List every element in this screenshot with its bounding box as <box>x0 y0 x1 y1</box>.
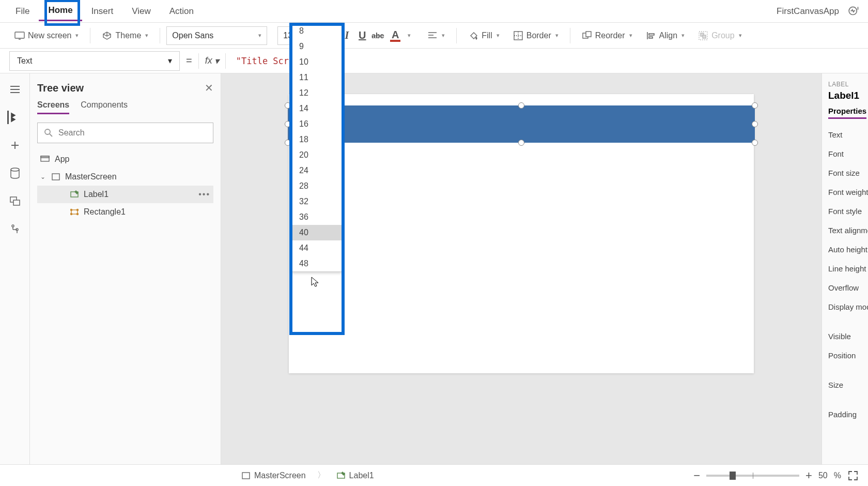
resize-handle[interactable] <box>285 102 291 109</box>
svg-rect-7 <box>703 35 706 38</box>
svg-point-21 <box>71 214 72 215</box>
selected-label-control[interactable] <box>288 105 755 143</box>
resize-handle[interactable] <box>752 121 758 127</box>
menu-view[interactable]: View <box>122 2 160 21</box>
text-align-button[interactable]: ▾ <box>422 28 450 43</box>
media-icon[interactable] <box>8 194 22 208</box>
tree-app-node[interactable]: App <box>37 150 213 168</box>
font-size-option[interactable]: 24 <box>292 163 342 178</box>
chevron-down-icon: ▾ <box>555 32 559 39</box>
font-size-option[interactable]: 12 <box>292 85 342 101</box>
border-button[interactable]: Border ▾ <box>508 27 564 44</box>
menu-home[interactable]: Home <box>39 1 82 21</box>
chevron-down-icon: ▾ <box>145 32 148 39</box>
zoom-out-button[interactable]: − <box>693 469 700 482</box>
property-select[interactable]: Text ▾ <box>9 51 180 71</box>
prop-row[interactable]: Text alignment <box>828 221 862 240</box>
zoom-slider[interactable] <box>706 475 799 477</box>
font-family-select[interactable]: Open Sans ▾ <box>166 26 267 45</box>
insert-icon[interactable] <box>8 139 22 152</box>
underline-button[interactable]: U <box>356 29 368 42</box>
ribbon-toolbar: New screen ▾ Theme ▾ Open Sans ▾ 13 ▾ B▾… <box>0 23 868 49</box>
fullscreen-icon[interactable] <box>847 470 859 481</box>
font-size-option[interactable]: 18 <box>292 132 342 147</box>
app-checker-icon[interactable] <box>847 4 862 19</box>
tree-label-node[interactable]: Label1 ••• <box>37 186 213 203</box>
tab-properties[interactable]: Properties <box>828 107 866 119</box>
font-size-option[interactable]: 8 <box>292 23 342 39</box>
rectangle-icon <box>70 208 79 216</box>
tab-screens[interactable]: Screens <box>37 100 69 114</box>
svg-rect-16 <box>52 174 59 180</box>
font-size-option[interactable]: 44 <box>292 240 342 256</box>
chevron-down-icon: ▾ <box>629 32 632 39</box>
canvas-screen[interactable] <box>289 94 754 373</box>
menu-action[interactable]: Action <box>160 2 203 21</box>
hamburger-icon[interactable] <box>8 83 22 96</box>
font-color-icon: A <box>392 29 399 40</box>
font-size-option[interactable]: 16 <box>292 116 342 132</box>
tree-search[interactable] <box>37 123 213 143</box>
more-icon[interactable]: ••• <box>198 190 210 199</box>
prop-row[interactable]: Display mode <box>828 297 862 316</box>
chevron-down-icon: ▾ <box>168 56 172 66</box>
prop-row[interactable]: Auto height <box>828 240 862 259</box>
prop-row[interactable]: Position <box>828 346 862 365</box>
prop-row[interactable]: Font size <box>828 163 862 183</box>
prop-row[interactable]: Padding <box>828 405 862 424</box>
resize-handle[interactable] <box>285 121 291 127</box>
breadcrumb-screen[interactable]: MasterScreen <box>237 469 311 482</box>
search-input[interactable] <box>58 128 207 138</box>
font-size-option[interactable]: 20 <box>292 147 342 163</box>
tab-components[interactable]: Components <box>81 100 128 114</box>
font-size-option[interactable]: 28 <box>292 178 342 194</box>
svg-point-22 <box>77 214 79 215</box>
tree-view-icon[interactable] <box>7 111 21 124</box>
prop-row[interactable]: Font <box>828 144 862 163</box>
svg-rect-1 <box>15 32 24 38</box>
theme-button[interactable]: Theme ▾ <box>97 27 153 44</box>
tree-rectangle-node[interactable]: Rectangle1 <box>37 203 213 221</box>
main-area: Tree view ✕ Screens Components App ⌄ Mas… <box>0 73 868 464</box>
breadcrumb-control[interactable]: Label1 <box>332 469 379 482</box>
font-size-option[interactable]: 48 <box>292 256 342 271</box>
menu-file[interactable]: File <box>6 2 39 21</box>
svg-point-19 <box>71 209 72 211</box>
menu-insert[interactable]: Insert <box>82 2 123 21</box>
prop-row[interactable]: Text <box>828 125 862 144</box>
prop-row[interactable]: Font style <box>828 202 862 221</box>
zoom-in-button[interactable]: + <box>805 469 812 482</box>
advanced-tools-icon[interactable] <box>8 222 22 236</box>
chevron-down-icon[interactable]: ▾ <box>408 32 411 39</box>
strikethrough-button[interactable]: abc <box>371 29 384 42</box>
italic-button[interactable]: I <box>340 29 353 42</box>
font-size-option[interactable]: 10 <box>292 54 342 70</box>
resize-handle[interactable] <box>518 102 524 109</box>
app-name: FirstCanvasApp <box>777 6 847 17</box>
data-icon[interactable] <box>8 166 22 180</box>
font-size-option[interactable]: 32 <box>292 194 342 209</box>
font-size-option[interactable]: 9 <box>292 39 342 54</box>
close-icon[interactable]: ✕ <box>205 82 213 94</box>
font-size-option[interactable]: 14 <box>292 101 342 116</box>
prop-row[interactable]: Overflow <box>828 278 862 297</box>
slider-thumb[interactable] <box>730 472 736 480</box>
fx-button[interactable]: fx▾ <box>205 55 219 67</box>
prop-row[interactable]: Line height <box>828 259 862 278</box>
resize-handle[interactable] <box>752 140 758 146</box>
font-size-option[interactable]: 40 <box>292 225 342 240</box>
align-button[interactable]: Align ▾ <box>641 27 690 44</box>
tree-screen-node[interactable]: ⌄ MasterScreen <box>37 168 213 186</box>
fill-button[interactable]: Fill ▾ <box>463 27 504 44</box>
font-color-button[interactable]: A <box>387 28 404 43</box>
resize-handle[interactable] <box>285 140 291 146</box>
resize-handle[interactable] <box>518 140 524 146</box>
prop-row[interactable]: Visible <box>828 327 862 346</box>
prop-row[interactable]: Font weight <box>828 183 862 202</box>
font-size-option[interactable]: 11 <box>292 70 342 85</box>
prop-row[interactable]: Size <box>828 375 862 394</box>
resize-handle[interactable] <box>752 102 758 109</box>
font-size-option[interactable]: 36 <box>292 209 342 225</box>
reorder-button[interactable]: Reorder ▾ <box>577 27 638 44</box>
new-screen-button[interactable]: New screen ▾ <box>9 27 84 44</box>
